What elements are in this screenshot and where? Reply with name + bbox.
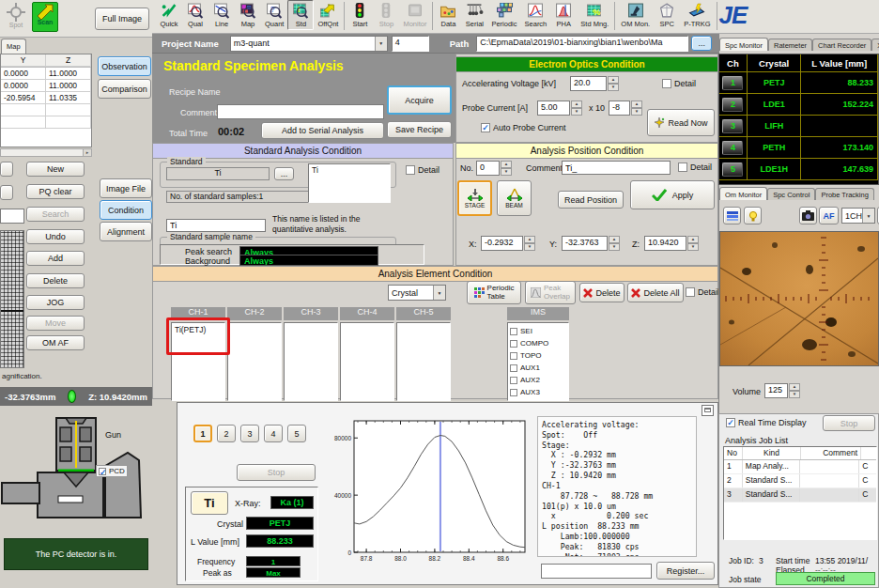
channel-1-button[interactable]: 1 [193, 425, 212, 442]
spin-down-icon[interactable] [609, 243, 620, 251]
spin-up-icon[interactable] [571, 101, 582, 108]
apply-button[interactable]: Apply [630, 180, 715, 209]
aux2-checkbox[interactable] [510, 377, 517, 384]
auto-probe-checkbox[interactable] [481, 123, 490, 132]
pcd-checkbox-wrap[interactable]: PCD [96, 465, 128, 477]
toolbar-serial-button[interactable]: Serial [461, 0, 487, 30]
path-field[interactable]: C:\EpmaData\2019\01-bianxing\bian1\wenbo… [476, 36, 688, 52]
undo-button[interactable]: Undo [26, 229, 85, 244]
spot-mode-button[interactable]: Spot [3, 2, 29, 32]
real-time-display-checkbox[interactable] [726, 418, 735, 427]
image-file-button[interactable]: Image File [100, 178, 152, 198]
toolbar-start-button[interactable]: Start [347, 0, 373, 30]
toolbar-ptrkg-button[interactable]: P-TRKG [680, 0, 714, 30]
toolbar-periodic-button[interactable]: Periodic [487, 0, 520, 30]
read-now-button[interactable]: Read Now [647, 109, 715, 136]
table-row[interactable]: -20.595411.0335 [1, 92, 91, 104]
job-row-2[interactable]: 2Standard S...C [724, 474, 876, 488]
ims-listbox[interactable]: SEI COMPO TOPO AUX1 AUX2 AUX3 [507, 322, 569, 401]
toolbar-stdmng-button[interactable]: %Std Mng. [577, 0, 612, 30]
spin-up-icon[interactable] [789, 383, 800, 391]
full-image-button[interactable]: Full Image [95, 8, 149, 30]
aux1-checkbox[interactable] [510, 364, 517, 372]
accelerating-voltage-spinner[interactable]: 20.0 [570, 76, 619, 91]
condition-button[interactable]: Condition [100, 200, 152, 220]
topo-checkbox[interactable] [510, 352, 517, 360]
scroll-right-arrow[interactable]: ▸ [83, 149, 91, 156]
delete-all-button[interactable]: Delete All [627, 283, 684, 302]
spin-down-icon[interactable] [524, 243, 535, 251]
ims-item-aux1[interactable]: AUX1 [510, 362, 566, 374]
scan-mode-button[interactable]: Scan [32, 2, 58, 32]
spin-up-icon[interactable] [501, 161, 512, 168]
ch5-element-list[interactable] [396, 322, 451, 401]
job-row-3[interactable]: 3Standard S...C [724, 488, 876, 503]
toolbar-offqnt-button[interactable]: OffQnt [314, 0, 342, 30]
tab-probe-tracking[interactable]: Probe Tracking [815, 188, 873, 200]
stage-x-spinner[interactable]: -0.2932 [481, 236, 535, 251]
spin-down-icon[interactable] [571, 108, 582, 116]
sei-checkbox[interactable] [510, 328, 517, 335]
job-col-comment[interactable]: Comment [801, 447, 861, 459]
toolbar-quick-button[interactable]: Quick [156, 0, 182, 30]
spin-down-icon[interactable] [789, 391, 800, 398]
maximize-icon[interactable] [702, 405, 714, 416]
job-col-no[interactable]: No [724, 447, 743, 459]
tab-ratemeter[interactable]: Ratemeter [768, 39, 812, 51]
channel-2-button[interactable]: 2 [217, 425, 236, 442]
eoc-detail-checkbox[interactable] [662, 79, 671, 88]
sac-detail-checkbox[interactable] [406, 165, 415, 175]
horizontal-scrollbar[interactable]: ▸ [0, 148, 92, 157]
position-comment-input[interactable] [562, 161, 671, 175]
ims-item-aux3[interactable]: AUX3 [510, 386, 566, 398]
toolbar-data-button[interactable]: Data [435, 0, 461, 30]
crystal-ch4-button[interactable]: 4 [722, 141, 743, 155]
toolbar-line-button[interactable]: Line [208, 0, 235, 30]
probe-exponent-spinner[interactable]: -8 [609, 101, 642, 116]
left-edge-button[interactable] [0, 162, 13, 177]
real-time-display-wrap[interactable]: Real Time Display [726, 418, 807, 427]
ims-item-sei[interactable]: SEI [510, 325, 566, 337]
left-edge-button[interactable] [0, 185, 13, 200]
toolbar-qual-button[interactable]: Qual [182, 0, 208, 30]
sample-name-input[interactable] [166, 219, 266, 232]
aec-detail-checkbox[interactable] [686, 287, 695, 297]
position-no-spinner[interactable]: 0 [476, 161, 512, 176]
om-channel-dropdown[interactable]: 1CH [841, 208, 875, 224]
comment-input[interactable] [217, 104, 384, 119]
tab-spc-control[interactable]: Spc Control [767, 188, 815, 200]
ims-item-compo[interactable]: COMPO [510, 337, 566, 349]
spin-down-icon[interactable] [687, 243, 699, 251]
crystal-ch2-button[interactable]: 2 [722, 98, 743, 112]
col-header-y[interactable]: Y [1, 54, 46, 67]
chevron-down-icon[interactable] [375, 37, 387, 51]
spin-down-icon[interactable] [501, 168, 512, 176]
om-image[interactable] [719, 231, 879, 366]
spin-up-icon[interactable] [609, 236, 620, 243]
acquire-button[interactable]: Acquire [387, 85, 452, 115]
toolbar-spc-button[interactable]: SPC [654, 0, 680, 30]
auto-probe-wrap[interactable]: Auto Probe Current [481, 123, 566, 132]
stage-z-spinner[interactable]: 10.9420 [644, 236, 699, 251]
delete-element-button[interactable]: Delete [579, 283, 625, 302]
om-af-button[interactable]: OM AF [26, 335, 85, 350]
eoc-detail-wrap[interactable]: Detail [662, 79, 696, 88]
om-lamp-button[interactable] [744, 207, 762, 224]
spin-down-icon[interactable] [631, 108, 642, 116]
job-row-1[interactable]: 1Map Analy...C [724, 460, 876, 474]
alignment-button[interactable]: Alignment [100, 222, 152, 241]
tab-xray[interactable]: X-ra [871, 39, 879, 51]
spin-up-icon[interactable] [687, 236, 699, 243]
toolbar-std-button[interactable]: !Std [287, 0, 314, 30]
project-name-combo[interactable]: m3-quant [230, 36, 388, 52]
save-recipe-button[interactable]: Save Recipe [387, 121, 452, 138]
pq-clear-button[interactable]: PQ clear [26, 184, 85, 199]
apc-detail-checkbox[interactable] [678, 162, 687, 172]
om-display-button[interactable] [723, 207, 741, 224]
crystal-ch5-button[interactable]: 5 [722, 162, 743, 177]
beam-mode-button[interactable]: BEAM [497, 180, 532, 216]
volume-spinner[interactable]: 125 [764, 383, 800, 398]
toolbar-quant-button[interactable]: ?Quant [261, 0, 287, 30]
periodic-table-button[interactable]: Periodic Table [467, 281, 521, 304]
ch3-element-list[interactable] [284, 322, 338, 401]
